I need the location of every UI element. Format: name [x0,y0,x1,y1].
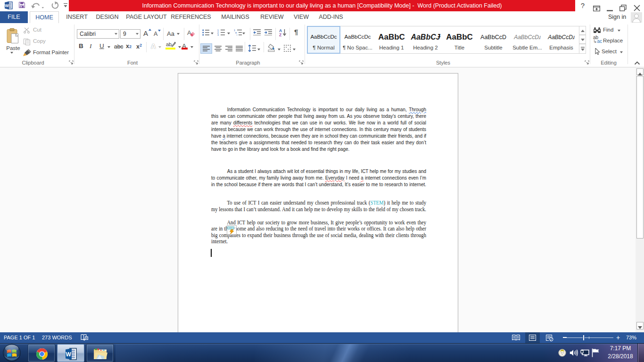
svg-text:W: W [66,351,72,358]
svg-text:Z: Z [279,33,281,36]
svg-text:3: 3 [217,33,219,36]
svg-text:W: W [5,3,9,8]
svg-text:i: i [237,33,237,36]
